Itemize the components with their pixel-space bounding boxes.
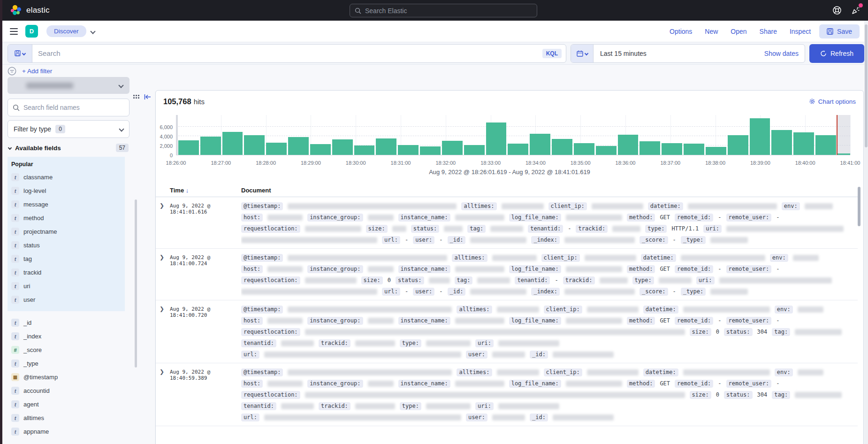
field-search-input[interactable]	[23, 104, 124, 111]
histogram-bar[interactable]	[771, 130, 792, 155]
histogram-bar[interactable]	[464, 145, 485, 155]
histogram-bar[interactable]	[750, 118, 770, 155]
table-row: ❯Aug 9, 2022 @ 18:40:59.389@timestamp:al…	[156, 363, 858, 426]
show-dates-link[interactable]: Show dates	[764, 50, 799, 57]
toolbar-link-share[interactable]: Share	[760, 28, 777, 35]
document-table: ❯Aug 9, 2022 @ 18:41:01.616@timestamp:al…	[156, 197, 858, 444]
help-icon[interactable]	[831, 5, 843, 16]
toolbar-link-open[interactable]: Open	[731, 28, 746, 35]
field-item-_id[interactable]: t_id	[11, 316, 129, 329]
field-item-message[interactable]: tmessage	[11, 198, 125, 211]
space-avatar[interactable]: D	[25, 25, 38, 38]
field-item-alltimes[interactable]: talltimes	[11, 411, 129, 425]
field-search[interactable]	[8, 99, 129, 116]
field-value: -	[439, 288, 442, 295]
histogram-bar[interactable]	[640, 141, 660, 155]
expand-row-icon[interactable]: ❯	[160, 304, 170, 360]
notifications-icon[interactable]	[850, 5, 861, 16]
histogram-bar[interactable]	[530, 134, 550, 155]
collapse-sidebar-icon[interactable]	[144, 94, 151, 100]
histogram-bar[interactable]	[793, 132, 814, 155]
redacted-value	[795, 329, 842, 335]
histogram-bar[interactable]	[398, 145, 419, 155]
date-quick-select-button[interactable]	[571, 45, 594, 62]
refresh-button[interactable]: Refresh	[809, 44, 864, 63]
expand-row-icon[interactable]: ❯	[160, 252, 170, 297]
histogram-bar[interactable]	[332, 139, 353, 155]
toolbar-link-inspect[interactable]: Inspect	[790, 28, 811, 35]
available-fields-header[interactable]: Available fields 57	[8, 144, 129, 152]
saved-query-menu-button[interactable]	[8, 45, 32, 62]
field-item-@timestamp[interactable]: ▦@timestamp	[11, 370, 129, 384]
histogram-bar[interactable]	[552, 139, 572, 155]
field-item-tag[interactable]: ttag	[11, 252, 125, 266]
app-toolbar: D Discover OptionsNewOpenShareInspect Sa…	[0, 21, 868, 42]
page-scrollbar-thumb[interactable]	[865, 24, 868, 147]
query-search-input[interactable]	[32, 49, 542, 57]
toolbar-link-new[interactable]: New	[705, 28, 718, 35]
breadcrumb-chevron-down-icon[interactable]	[90, 29, 95, 34]
histogram-bar[interactable]	[596, 146, 617, 155]
global-search[interactable]	[350, 4, 537, 17]
histogram-bar[interactable]	[574, 143, 594, 155]
histogram-bar[interactable]	[420, 146, 441, 155]
brand-name: elastic	[26, 6, 50, 15]
expand-row-icon[interactable]: ❯	[160, 367, 170, 423]
field-item-log-level[interactable]: tlog-level	[11, 184, 125, 198]
field-item-uri[interactable]: turi	[11, 279, 125, 293]
field-item-user[interactable]: tuser	[11, 293, 125, 306]
save-button[interactable]: Save	[819, 24, 860, 38]
breadcrumb[interactable]: Discover	[46, 25, 86, 37]
table-scrollbar[interactable]	[858, 187, 860, 226]
histogram-bar[interactable]	[486, 122, 507, 155]
histogram-bar[interactable]	[442, 141, 463, 155]
index-pattern-selector[interactable]	[8, 77, 129, 94]
field-item-trackid[interactable]: ttrackid	[11, 266, 125, 279]
sidebar-scrollbar[interactable]	[135, 199, 137, 367]
redacted-value	[553, 352, 614, 358]
histogram-bar[interactable]	[310, 144, 331, 155]
menu-icon[interactable]	[10, 28, 18, 35]
sort-descending-icon[interactable]: ↓	[186, 187, 189, 194]
histogram-bar[interactable]	[178, 140, 199, 155]
histogram-bar[interactable]	[508, 144, 528, 155]
add-filter-button[interactable]: + Add filter	[22, 68, 52, 75]
histogram-bar[interactable]	[354, 145, 375, 155]
field-item-agent[interactable]: tagent	[11, 398, 129, 411]
histogram-bar[interactable]	[706, 147, 726, 155]
global-search-input[interactable]	[365, 7, 532, 15]
histogram-bar[interactable]	[376, 138, 396, 155]
elastic-brand[interactable]: elastic	[0, 5, 50, 16]
histogram-bar[interactable]	[244, 135, 265, 155]
time-column-header[interactable]: Time ↓	[170, 187, 241, 194]
field-item-_score[interactable]: #_score	[11, 343, 129, 357]
histogram-bar[interactable]	[222, 132, 243, 155]
resize-grip-icon[interactable]	[133, 95, 139, 99]
page-scrollbar-track[interactable]	[864, 21, 868, 444]
redacted-value	[288, 306, 452, 313]
field-item-_type[interactable]: t_type	[11, 357, 129, 370]
field-item-status[interactable]: tstatus	[11, 238, 125, 252]
field-item-method[interactable]: tmethod	[11, 211, 125, 225]
kql-badge[interactable]: KQL	[542, 49, 562, 58]
field-item-appname[interactable]: tappname	[11, 425, 129, 438]
histogram-bar[interactable]	[662, 143, 682, 155]
histogram-bar[interactable]	[618, 135, 639, 155]
field-item-classname[interactable]: tclassname	[11, 170, 125, 184]
filter-by-type-button[interactable]: Filter by type 0	[8, 120, 129, 138]
toolbar-link-options[interactable]: Options	[670, 28, 692, 35]
field-item-_index[interactable]: t_index	[11, 329, 129, 343]
histogram-bar[interactable]	[288, 137, 309, 155]
histogram-bar[interactable]	[266, 143, 287, 155]
redacted-value	[683, 369, 770, 375]
expand-row-icon[interactable]: ❯	[160, 200, 170, 245]
time-range-value[interactable]: Last 15 minutes	[600, 50, 647, 57]
field-item-accountid[interactable]: taccountid	[11, 384, 129, 398]
filter-icon[interactable]	[8, 67, 16, 76]
histogram-bar[interactable]	[200, 137, 221, 155]
histogram-bar[interactable]	[684, 144, 704, 155]
chart-options-button[interactable]: Chart options	[809, 98, 856, 105]
histogram-bar[interactable]	[815, 135, 836, 155]
field-item-projectname[interactable]: tprojectname	[11, 225, 125, 238]
histogram-bar[interactable]	[728, 135, 748, 155]
